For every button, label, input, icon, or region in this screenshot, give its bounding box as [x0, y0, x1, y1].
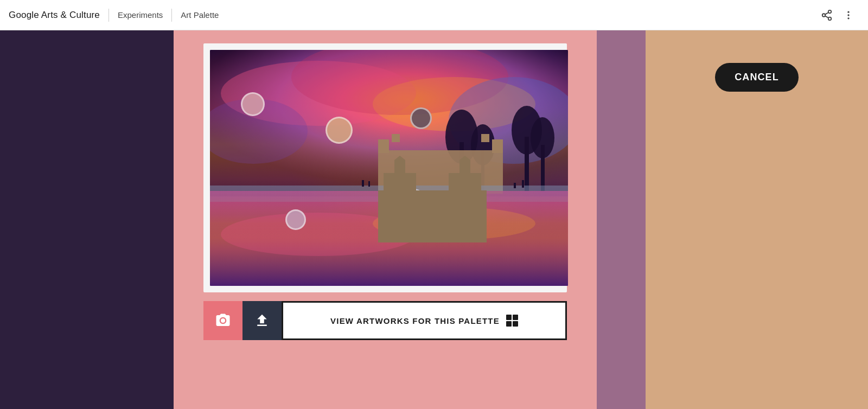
view-artworks-button[interactable]: VIEW ARTWORKS FOR THIS PALETTE	[282, 301, 567, 340]
grid-icon	[506, 315, 518, 327]
color-dot-dot3[interactable]	[410, 107, 432, 129]
right-panels: CANCEL	[597, 30, 868, 409]
svg-point-5	[847, 11, 849, 12]
main: VIEW ARTWORKS FOR THIS PALETTE CANCEL	[0, 30, 868, 409]
more-icon	[843, 10, 854, 21]
header-divider-2	[171, 9, 172, 22]
more-button[interactable]	[838, 4, 859, 26]
header: Google Arts & Culture Experiments Art Pa…	[0, 0, 868, 30]
image-wrapper	[203, 43, 567, 292]
svg-line-3	[825, 16, 828, 18]
center-panel: VIEW ARTWORKS FOR THIS PALETTE	[174, 30, 597, 409]
svg-point-7	[847, 17, 849, 19]
view-artworks-label: VIEW ARTWORKS FOR THIS PALETTE	[330, 316, 500, 325]
logo: Google Arts & Culture	[9, 10, 100, 21]
share-button[interactable]	[816, 4, 838, 26]
color-dot-dot5[interactable]	[285, 209, 306, 230]
upload-icon	[254, 312, 270, 329]
mid-right-panel	[597, 30, 646, 409]
artwork-image	[210, 50, 568, 286]
svg-point-6	[847, 14, 849, 16]
color-dot-dot2[interactable]	[326, 117, 353, 144]
color-dot-dot1[interactable]	[241, 92, 265, 116]
cancel-button[interactable]: CANCEL	[715, 63, 798, 92]
left-panel	[0, 30, 174, 409]
camera-button[interactable]	[203, 301, 242, 340]
svg-line-4	[825, 12, 828, 14]
header-divider-1	[108, 9, 109, 22]
toolbar: VIEW ARTWORKS FOR THIS PALETTE	[203, 301, 567, 340]
upload-button[interactable]	[242, 301, 282, 340]
nav-art-palette[interactable]: Art Palette	[181, 10, 219, 20]
nav-experiments[interactable]: Experiments	[118, 10, 163, 20]
dots-container	[210, 50, 568, 286]
logo-text: Google Arts & Culture	[9, 10, 100, 21]
camera-icon	[215, 312, 231, 329]
far-right-panel: CANCEL	[646, 30, 868, 409]
color-dot-dot4[interactable]	[402, 189, 426, 213]
share-icon	[821, 9, 833, 21]
